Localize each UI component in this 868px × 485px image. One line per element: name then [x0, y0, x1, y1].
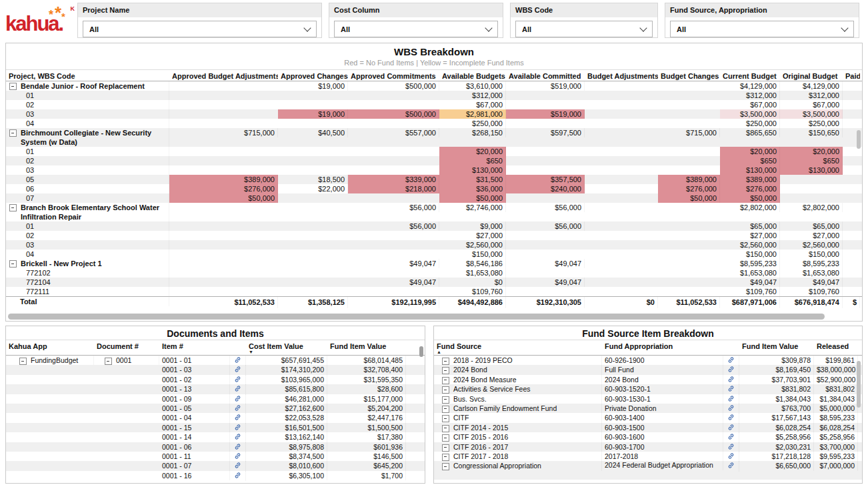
- link-icon[interactable]: [727, 366, 735, 375]
- fund-col-header-fund-item-value[interactable]: Fund Item Value: [739, 340, 814, 351]
- link-icon[interactable]: [234, 404, 241, 414]
- wbs-horizontal-scrollbar[interactable]: [8, 314, 854, 320]
- wbs-cell: $389,000: [658, 175, 720, 184]
- collapse-icon[interactable]: [442, 386, 449, 394]
- documents-row: 0001 - 02$103,965,000$31,595,350: [6, 375, 425, 384]
- link-icon[interactable]: [234, 472, 241, 481]
- item-number-cell: 0001 - 03: [159, 365, 230, 374]
- link-icon[interactable]: [234, 395, 241, 404]
- wbs-row-label: Branch Brook Elementary School Water Inf…: [21, 203, 166, 221]
- fund-item-value-cell: $31,595,350: [327, 375, 406, 384]
- dropdown-wbs-code[interactable]: All: [515, 21, 653, 37]
- wbs-cell: $357,500: [506, 175, 585, 184]
- link-cell: [230, 423, 246, 433]
- collapse-icon[interactable]: [9, 129, 17, 137]
- docs-col-header-document[interactable]: Document #: [94, 340, 159, 351]
- wbs-col-header-approved-commitments[interactable]: Approved Commitments: [348, 70, 439, 81]
- wbs-cell: $389,000: [720, 175, 780, 184]
- link-icon[interactable]: [234, 443, 241, 452]
- collapse-icon[interactable]: [442, 444, 449, 452]
- link-icon[interactable]: [727, 424, 735, 433]
- wbs-col-header-budget-changes[interactable]: Budget Changes: [658, 70, 720, 81]
- fund-col-header-released[interactable]: Released: [814, 340, 858, 351]
- collapse-icon[interactable]: [9, 83, 17, 90]
- collapse-icon[interactable]: [9, 204, 17, 211]
- collapse-icon[interactable]: [442, 434, 449, 442]
- wbs-row-label-cell: 03: [6, 165, 169, 175]
- fund-appropriation-cell: 60-926-1900: [602, 356, 723, 365]
- link-icon[interactable]: [727, 433, 735, 442]
- link-icon[interactable]: [234, 424, 241, 433]
- wbs-vertical-scrollbar-thumb[interactable]: [857, 130, 861, 149]
- docs-col-header-cost-item-value[interactable]: Cost Item Value▼: [246, 340, 327, 355]
- fund-col-header-fund-appropriation[interactable]: Fund Appropriation: [602, 340, 723, 351]
- dropdown-fund-source-appropriation[interactable]: All: [670, 21, 854, 37]
- wbs-row-label: 01: [26, 91, 34, 100]
- link-icon[interactable]: [234, 376, 241, 385]
- documents-items-panel: Documents and Items Kahua AppDocument #I…: [5, 326, 425, 484]
- fund-source-scrollbar-thumb[interactable]: [857, 361, 861, 408]
- collapse-icon[interactable]: [442, 377, 449, 384]
- link-icon[interactable]: [234, 385, 241, 394]
- link-icon[interactable]: [727, 462, 735, 471]
- wbs-col-header-project-wbs-code[interactable]: Project, WBS Code: [6, 70, 169, 81]
- wbs-col-header-budget-adjustments[interactable]: Budget Adjustments: [585, 70, 658, 81]
- collapse-icon[interactable]: [442, 415, 449, 422]
- collapse-icon[interactable]: [442, 367, 449, 374]
- sort-desc-icon: ▼: [249, 350, 325, 354]
- link-icon[interactable]: [727, 356, 735, 366]
- link-icon[interactable]: [727, 452, 735, 462]
- collapse-icon[interactable]: [105, 358, 112, 365]
- link-icon[interactable]: [234, 452, 241, 462]
- wbs-col-header-original-budget[interactable]: Original Budget: [780, 70, 843, 81]
- link-icon[interactable]: [234, 462, 241, 471]
- link-icon[interactable]: [234, 356, 241, 366]
- collapse-icon[interactable]: [442, 463, 449, 470]
- link-icon[interactable]: [727, 376, 735, 385]
- wbs-row-label: 03: [26, 240, 34, 250]
- wbs-cell: $276,000: [720, 184, 780, 193]
- wbs-row-label: Brickell - New Project 1: [21, 259, 102, 268]
- wbs-cell: $49,047: [780, 278, 843, 287]
- link-icon[interactable]: [727, 414, 735, 423]
- wbs-cell: $557,000: [348, 128, 439, 137]
- chevron-down-icon: [303, 24, 311, 31]
- collapse-icon[interactable]: [442, 454, 449, 461]
- fund-source-name: Carlson Family Endowment Fund: [453, 404, 557, 413]
- wbs-row: 03$2,560,000$2,560,000$2,560,000: [6, 240, 862, 250]
- collapse-icon[interactable]: [442, 425, 449, 432]
- dropdown-cost-column[interactable]: All: [334, 21, 498, 37]
- wbs-col-header-available-budgets[interactable]: Available Budgets: [439, 70, 506, 81]
- wbs-col-header-approved-changes[interactable]: Approved Changes: [278, 70, 348, 81]
- wbs-col-header-current-budget[interactable]: Current Budget: [720, 70, 780, 81]
- documents-scrollbar-thumb[interactable]: [419, 346, 423, 357]
- docs-col-header-kahua-app[interactable]: Kahua App: [6, 340, 94, 351]
- collapse-icon[interactable]: [442, 358, 449, 365]
- collapse-icon[interactable]: [442, 396, 449, 404]
- link-icon[interactable]: [234, 366, 241, 375]
- link-icon[interactable]: [727, 395, 735, 404]
- wbs-horizontal-scrollbar-thumb[interactable]: [8, 314, 825, 320]
- fund-appropriation-cell: 60-903-1530-1: [602, 394, 723, 404]
- link-icon[interactable]: [727, 443, 735, 452]
- link-icon[interactable]: [234, 433, 241, 442]
- docs-col-header-fund-item-value[interactable]: Fund Item Value: [327, 340, 406, 351]
- cost-item-value-cell: $103,965,000: [246, 375, 327, 384]
- link-icon[interactable]: [234, 414, 241, 423]
- wbs-col-header-approved-budget-adjustments[interactable]: Approved Budget Adjustments: [169, 70, 278, 81]
- docs-col-header-item[interactable]: Item #: [159, 340, 230, 351]
- dropdown-project-name[interactable]: All: [83, 21, 317, 37]
- wbs-cell: $650: [439, 156, 506, 165]
- wbs-col-header-paid[interactable]: Paid: [843, 70, 860, 81]
- wbs-row-label-cell: 06: [6, 184, 169, 193]
- fund-col-header-fund-source[interactable]: Fund Source▲: [434, 340, 602, 355]
- link-cell: [230, 375, 246, 385]
- wbs-col-header-available-committed[interactable]: Available Committed: [506, 70, 585, 81]
- collapse-icon[interactable]: [19, 358, 27, 365]
- collapse-icon[interactable]: [9, 260, 17, 268]
- fund-source-header-row: Fund Source▲Fund AppropriationFund Item …: [434, 340, 862, 356]
- link-icon[interactable]: [727, 385, 735, 394]
- link-icon[interactable]: [727, 404, 735, 414]
- wbs-cell: $49,047: [506, 259, 585, 268]
- collapse-icon[interactable]: [442, 406, 449, 413]
